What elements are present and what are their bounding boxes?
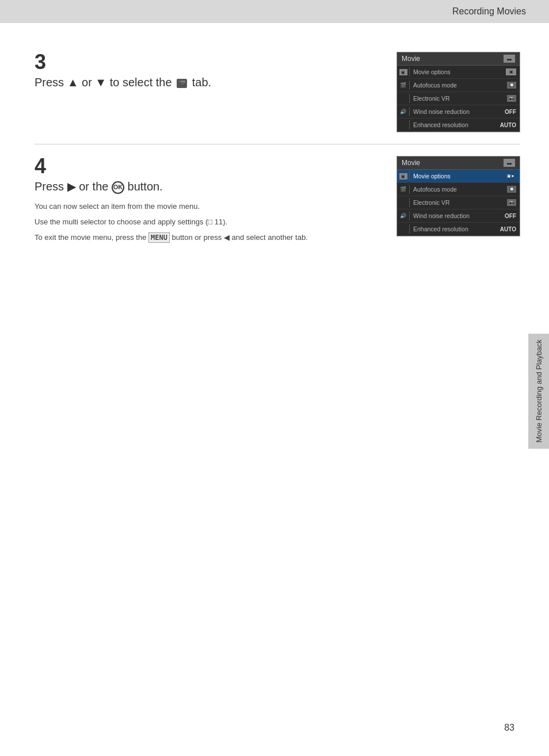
step-4-camera-menu: Movie ▬ ▣ Movie options ▣►	[396, 156, 520, 236]
step-4-label-movie-options: Movie options	[413, 173, 451, 180]
step-3-menu-titlebar: Movie ▬	[397, 52, 520, 66]
step-3-row-wind: 🔊 Wind noise reduction OFF	[397, 105, 520, 119]
step-3-val-wind: OFF	[505, 109, 516, 115]
step-4-instruction: Press ▶ or the OK button.	[35, 179, 379, 194]
step-4-tab-empty1	[397, 198, 410, 207]
step-3-row3-content: Electronic VR 📷	[410, 94, 520, 103]
right-tab: Movie Recording and Playback	[528, 334, 549, 449]
step-4-row-movie-options: ▣ Movie options ▣►	[397, 170, 520, 183]
step-3-section: 3 Press ▲ or ▼ to select the 🎬 tab. Movi…	[35, 40, 520, 144]
step-3-label-enhanced: Enhanced resolution	[413, 121, 468, 128]
step-4-tab-empty2	[397, 224, 410, 234]
step-4-label-enhanced: Enhanced resolution	[413, 226, 468, 232]
step-4-number: 4	[35, 156, 379, 177]
step-4-label-wind: Wind noise reduction	[413, 212, 470, 219]
step-4-button-text: button.	[128, 180, 163, 193]
step-3-label-movie-options: Movie options	[413, 68, 451, 75]
step-4-wind-icon: 🔊	[400, 213, 406, 219]
step-4-row-wind: 🔊 Wind noise reduction OFF	[397, 209, 520, 223]
step-3-label-evr: Electronic VR	[413, 95, 450, 102]
step-3-row1-content: Movie options ▣	[410, 67, 520, 77]
step-3-row-movie-options: ▣ Movie options ▣	[397, 66, 520, 79]
step-4-row3-content: Electronic VR 📷	[410, 198, 520, 207]
wind-icon: 🔊	[400, 109, 406, 114]
step-4-desc1: You can now select an item from the movi…	[35, 201, 379, 213]
step-4-tab-movie: 🎬	[397, 185, 410, 194]
page-title: Recording Movies	[452, 6, 526, 17]
step-4-menu-icon: ▬	[504, 159, 515, 167]
step-3-row2-content: Autofocus mode 🔲	[410, 81, 520, 90]
step-4-val-autofocus: 🔲	[507, 186, 516, 193]
step-3-number: 3	[35, 52, 379, 72]
step-4-camera-icon: ▣	[399, 173, 407, 180]
step-3-row5-content: Enhanced resolution AUTO	[410, 120, 520, 129]
step-4-label-evr: Electronic VR	[413, 199, 450, 206]
right-tab-label: Movie Recording and Playback	[535, 339, 543, 442]
step-4-tab-camera: ▣	[397, 171, 410, 181]
step-4-row-autofocus: 🎬 Autofocus mode 🔲	[397, 183, 520, 196]
step-3-instruction: Press ▲ or ▼ to select the 🎬 tab.	[35, 75, 379, 90]
step-3-press: Press ▲ or ▼ to select the	[35, 76, 172, 89]
step-4-label-autofocus: Autofocus mode	[413, 186, 457, 193]
step-3-tab-wind: 🔊	[397, 107, 410, 116]
step-4-press: Press ▶ or the	[35, 180, 108, 193]
main-content: 3 Press ▲ or ▼ to select the 🎬 tab. Movi…	[0, 23, 549, 276]
step-4-val-enhanced: AUTO	[500, 226, 516, 232]
step-3-menu-icon: ▬	[504, 55, 515, 63]
step-4-row2-content: Autofocus mode 🔲	[410, 185, 520, 194]
step-4-left: 4 Press ▶ or the OK button. You can now …	[35, 156, 379, 247]
step-3-row4-content: Wind noise reduction OFF	[410, 107, 520, 116]
step-4-row-evr: Electronic VR 📷	[397, 196, 520, 209]
step-4-val-evr: 📷	[507, 199, 516, 206]
movie-tab-active-icon: 🎬	[400, 82, 406, 88]
page: Recording Movies 3 Press ▲ or ▼ to selec…	[0, 0, 549, 756]
step-4-movie-tab-icon: 🎬	[400, 186, 406, 192]
step-3-val-movie-options: ▣	[506, 68, 516, 75]
step-4-menu-title: Movie	[402, 159, 420, 167]
step-3-tab-empty2	[397, 120, 410, 129]
step-4-tab-wind: 🔊	[397, 211, 410, 220]
step-4-row-enhanced: Enhanced resolution AUTO	[397, 223, 520, 236]
step-3-tab-camera: ▣	[397, 67, 410, 77]
step-3-label-autofocus: Autofocus mode	[413, 82, 457, 89]
ok-button-icon: OK	[112, 181, 124, 194]
step-3-menu-title: Movie	[402, 55, 420, 63]
step-3-row-autofocus: 🎬 Autofocus mode 🔲	[397, 79, 520, 92]
step-4-val-wind: OFF	[505, 213, 516, 219]
step-4-menu-container: Movie ▬ ▣ Movie options ▣►	[396, 156, 520, 247]
step-3-val-evr: 📷	[507, 95, 516, 102]
step-3-tab-movie: 🎬	[397, 81, 410, 90]
step-3-val-enhanced: AUTO	[500, 122, 516, 128]
step-4-desc3: To exit the movie menu, press the MENU b…	[35, 232, 379, 244]
step-4-desc3-part2: button or press ◀ and select another tab…	[172, 233, 308, 242]
step-4-desc2: Use the multi selector to choose and app…	[35, 216, 379, 228]
step-3-label-wind: Wind noise reduction	[413, 108, 470, 115]
step-3-camera-menu: Movie ▬ ▣ Movie options ▣	[396, 52, 520, 132]
step-4-section: 4 Press ▶ or the OK button. You can now …	[35, 144, 520, 258]
step-3-tab-empty1	[397, 94, 410, 103]
movie-tab-icon: 🎬	[177, 79, 187, 88]
step-3-left: 3 Press ▲ or ▼ to select the 🎬 tab.	[35, 52, 379, 132]
step-4-row1-content: Movie options ▣►	[410, 171, 520, 181]
step-4-desc3-part1: To exit the movie menu, press the	[35, 233, 146, 242]
step-4-row4-content: Wind noise reduction OFF	[410, 211, 520, 220]
step-4-menu-titlebar: Movie ▬	[397, 156, 520, 170]
step-4-row5-content: Enhanced resolution AUTO	[410, 224, 520, 234]
menu-bold-label: MENU	[148, 232, 170, 243]
page-number: 83	[504, 723, 514, 733]
step-4-val-movie-options: ▣►	[506, 173, 516, 180]
step-3-row-evr: Electronic VR 📷	[397, 92, 520, 105]
step-3-val-autofocus: 🔲	[507, 82, 516, 89]
step-3-row-enhanced: Enhanced resolution AUTO	[397, 119, 520, 132]
step-3-menu-container: Movie ▬ ▣ Movie options ▣	[396, 52, 520, 132]
top-bar: Recording Movies	[0, 0, 549, 23]
step-3-tab-text: tab.	[192, 76, 211, 89]
camera-icon: ▣	[399, 69, 407, 75]
